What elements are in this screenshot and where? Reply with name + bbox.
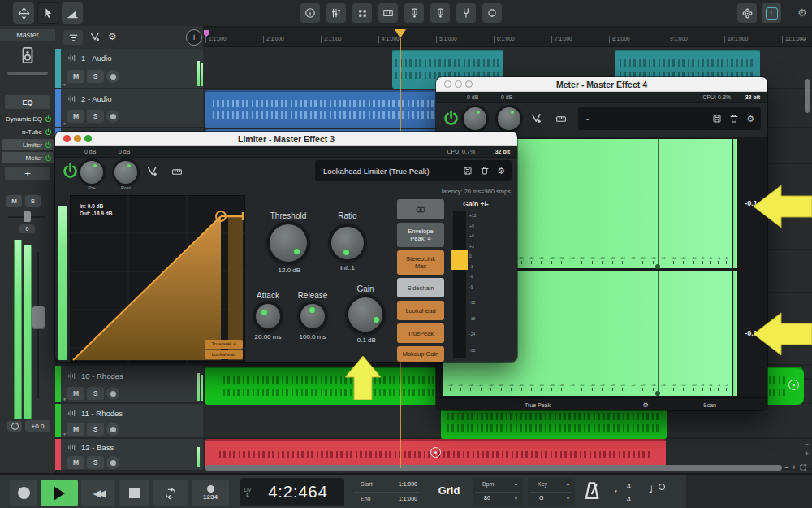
rewind-button[interactable]: ◀◀ [81, 480, 115, 506]
plugin-row-limiter[interactable]: Limiter [2, 139, 54, 150]
track-name[interactable]: 12 - Bass [81, 443, 114, 452]
solo-button[interactable]: S [87, 456, 104, 469]
fade-tool-button[interactable] [62, 2, 83, 24]
track-color-strip[interactable] [55, 366, 61, 402]
master-mute-button[interactable]: M [6, 195, 22, 207]
mute-button[interactable]: M [67, 70, 84, 83]
track-row-2-audio[interactable]: 2 - Audio M S ▼ [55, 89, 203, 128]
power-icon[interactable] [443, 110, 460, 127]
crossfade-handle-icon[interactable] [430, 447, 441, 458]
track-row-10-rhodes[interactable]: 10 - Rhodes M S ▼ [55, 366, 203, 404]
master-gain-value[interactable]: +0.0 [25, 420, 50, 432]
collapse-caret-icon[interactable]: ▼ [63, 432, 67, 436]
gear-icon[interactable]: ⚙ [746, 114, 754, 124]
time-signature[interactable]: 44 [627, 480, 631, 506]
record-arm-button[interactable] [106, 456, 119, 469]
count-in-button[interactable]: 1234 [192, 480, 229, 506]
bpm-down-icon[interactable]: ▼ [514, 497, 518, 501]
minimize-icon[interactable] [74, 135, 81, 142]
vertical-zoom-controls[interactable]: −+ [805, 439, 809, 458]
release-knob[interactable] [300, 304, 325, 328]
crossfade-handle-icon[interactable] [788, 380, 799, 390]
key-control[interactable]: Key ▲ G ▼ [528, 478, 575, 506]
start-value[interactable]: 1:1:000 [399, 481, 417, 487]
time-display[interactable]: LIVE 4:2:464 [240, 478, 344, 506]
move-tool-button[interactable] [13, 2, 34, 24]
key-value[interactable]: G [539, 495, 543, 501]
pads-button[interactable] [352, 3, 372, 23]
track-name[interactable]: 2 - Audio [81, 94, 112, 103]
plugin-row-meter[interactable]: Meter [2, 152, 54, 163]
preset-selector[interactable]: - ⚙ [578, 107, 761, 130]
solo-button[interactable]: S [87, 387, 104, 400]
add-track-button[interactable]: + [186, 29, 202, 46]
grid-button[interactable]: Grid [429, 484, 469, 497]
trash-icon[interactable] [480, 166, 490, 176]
solo-button[interactable]: S [87, 70, 104, 83]
sidechain-button[interactable]: Sidechain [397, 278, 444, 297]
expand-icon[interactable] [800, 464, 806, 471]
ruler-scroll-icon[interactable]: ↔ [800, 35, 806, 42]
stereolink-button[interactable]: StereoLinkMax [397, 250, 444, 275]
mute-button[interactable]: M [67, 456, 84, 469]
trash-icon[interactable] [729, 114, 739, 124]
mixer-button[interactable] [326, 3, 346, 23]
metronome-dropdown-icon[interactable]: ▼ [614, 489, 618, 493]
automation-button[interactable] [89, 31, 102, 45]
save-icon[interactable] [712, 114, 722, 124]
track-color-strip[interactable] [55, 49, 61, 88]
out-gain-knob[interactable] [498, 107, 520, 130]
bpm-value[interactable]: 80 [484, 495, 490, 501]
mute-button[interactable]: M [67, 387, 84, 400]
collapse-caret-icon[interactable]: ▼ [63, 82, 67, 87]
loop-button[interactable] [153, 480, 188, 506]
master-output-device[interactable] [19, 45, 37, 67]
stereo-toggle-button[interactable] [397, 199, 444, 219]
playhead-marker[interactable] [395, 29, 406, 38]
post-gain-knob[interactable] [114, 161, 137, 184]
pre-gain-knob[interactable] [80, 161, 103, 184]
attack-knob[interactable] [256, 304, 280, 328]
preset-selector[interactable]: Lookahead Limiter (True Peak) ⚙ [315, 160, 512, 181]
threshold-knob[interactable] [270, 224, 307, 262]
track-color-strip[interactable] [55, 89, 61, 127]
routing-button[interactable] [737, 3, 757, 23]
track-row-11-rhodes[interactable]: 11 - Rhodes M S ▼ [55, 404, 203, 439]
start-end-panel[interactable]: Start 1:1:000 End 1:1:000 [351, 478, 422, 506]
transfer-curve-graph[interactable]: In: 0.0 dBOut: -18.9 dB Truepeak 4 Looka… [70, 195, 245, 362]
pointer-tool-button[interactable] [37, 2, 58, 24]
sync-button[interactable] [482, 3, 502, 23]
add-instrument-track-button[interactable] [430, 3, 450, 23]
plugin-row-dynamic-eq[interactable]: Dynamic EQ [2, 113, 54, 124]
lookahead-button[interactable]: Lookahead [397, 301, 444, 320]
settings-gear-icon[interactable]: ⚙ [797, 7, 807, 19]
timeline-ruler[interactable]: 1:1:0002:1:0003:1:0004:1:0005:1:0006:1:0… [203, 28, 812, 47]
metronome-button[interactable] [581, 480, 603, 503]
envelope-button[interactable]: EnvelopePeak: 4 [397, 223, 444, 247]
track-filter-button[interactable] [63, 30, 83, 45]
keyboard-icon[interactable] [555, 114, 568, 124]
automation-icon[interactable] [530, 112, 543, 125]
meter-mode-tab[interactable]: True Peak [436, 402, 639, 408]
track-row-1-audio[interactable]: 1 - Audio M S ▼ [55, 49, 203, 89]
bpm-control[interactable]: Bpm ▲ 80 ▼ [473, 478, 523, 506]
automation-icon[interactable] [146, 165, 159, 178]
minimize-icon[interactable] [455, 80, 462, 88]
power-icon[interactable] [45, 128, 52, 136]
scale-marker-dot[interactable] [655, 391, 660, 396]
end-value[interactable]: 1:1:000 [399, 496, 417, 501]
solo-button[interactable]: S [87, 423, 104, 436]
vertical-scrollbar[interactable] [805, 79, 810, 113]
key-down-icon[interactable]: ▼ [566, 497, 570, 501]
pan-slider-handle[interactable] [24, 211, 31, 222]
scale-marker-dot[interactable] [655, 264, 660, 269]
maximize-icon[interactable] [84, 135, 92, 142]
save-icon[interactable] [463, 166, 473, 176]
key-up-icon[interactable]: ▲ [566, 482, 570, 486]
collapse-caret-icon[interactable]: ▼ [63, 397, 67, 402]
info-button[interactable] [300, 3, 320, 23]
play-button[interactable] [41, 480, 78, 506]
horizontal-scrollbar[interactable] [205, 465, 782, 471]
record-arm-button[interactable] [106, 110, 119, 123]
master-eq-button[interactable]: EQ [5, 95, 50, 109]
